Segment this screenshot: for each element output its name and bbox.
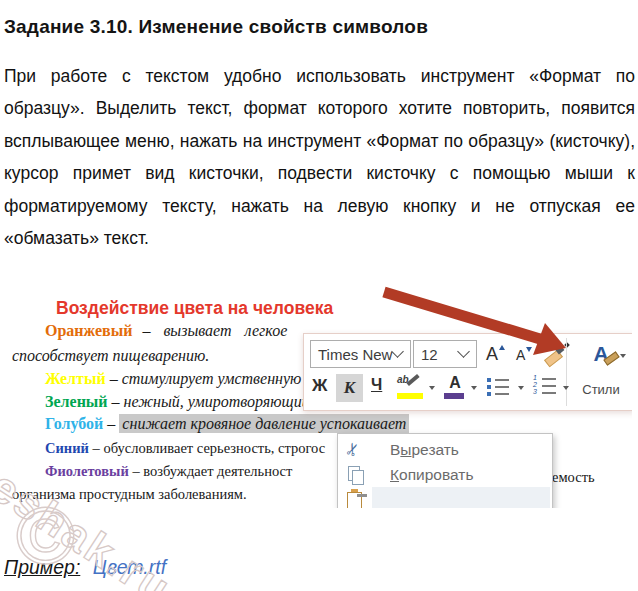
chevron-down-icon xyxy=(620,354,626,358)
term-green: Зеленый xyxy=(45,393,108,410)
desc-orange: – вызывает легкое xyxy=(142,322,287,339)
context-menu: ✂ Вырезать Копировать xyxy=(337,433,553,508)
desc-blue: – обусловливает серьезность, строгос xyxy=(93,440,326,456)
font-size-select[interactable]: 12 xyxy=(413,340,477,368)
doc-line-last: организма простудным заболеваниям. xyxy=(12,486,247,503)
shrink-font-button[interactable]: А xyxy=(516,346,532,364)
grow-font-icon xyxy=(499,345,505,350)
styles-label: Стили xyxy=(572,382,630,397)
grow-font-letter: А xyxy=(486,344,498,364)
doc-fragment-right: емость xyxy=(552,469,595,486)
menu-item-cut[interactable]: ✂ Вырезать xyxy=(338,438,552,463)
doc-line-blue: Синий – обусловливает серьезность, строг… xyxy=(45,440,325,457)
bullets-button[interactable] xyxy=(487,377,513,399)
term-blue: Синий xyxy=(45,440,89,456)
doc-heading: Воздействие цвета на человека xyxy=(56,298,333,319)
font-size-value: 12 xyxy=(421,346,438,363)
italic-button-active[interactable]: К xyxy=(336,374,363,402)
chevron-down-icon xyxy=(391,345,404,358)
selected-text: снижает кровяное давление успокаивает xyxy=(119,414,409,433)
example-file-link[interactable]: Цвет.rtf xyxy=(93,556,166,578)
numbering-button[interactable]: 1 2 3 xyxy=(533,375,559,401)
desc-green: – нежный, умиротворяющий xyxy=(112,393,310,410)
font-name-select[interactable]: Times New xyxy=(310,340,411,368)
font-color-button[interactable]: А xyxy=(443,374,467,402)
term-lightblue: Голубой xyxy=(45,415,103,432)
underline-button[interactable]: Ч xyxy=(371,376,382,394)
doc-line-yellow: Желтый – стимулирует умственную xyxy=(45,370,301,388)
text-highlight-button[interactable]: ab xyxy=(396,374,426,402)
example-label: Пример: xyxy=(4,556,80,578)
desc-yellow: – стимулирует умственную xyxy=(110,370,302,387)
scissors-icon: ✂ xyxy=(341,439,366,460)
word-screenshot: Воздействие цвета на человека Оранжевый–… xyxy=(8,292,632,508)
page-title: Задание 3.10. Изменение свойств символов xyxy=(4,16,428,38)
font-color-dropdown-arrow[interactable] xyxy=(471,386,477,390)
bullets-dropdown-arrow[interactable] xyxy=(518,386,524,390)
highlight-dropdown-arrow[interactable] xyxy=(429,386,435,390)
copy-icon xyxy=(348,466,364,484)
font-color-letter: А xyxy=(449,374,461,391)
styles-button[interactable]: А Стили xyxy=(572,340,630,406)
term-violet: Фиолетовый xyxy=(45,463,129,479)
font-name-value: Times New xyxy=(318,346,392,363)
doc-line-orange-cont: способствует пищеварению. xyxy=(12,347,209,365)
doc-line-green: Зеленый – нежный, умиротворяющий xyxy=(45,393,310,411)
styles-icon: А xyxy=(593,342,608,366)
dash: – xyxy=(107,415,115,432)
shrink-font-icon xyxy=(526,347,532,352)
toolbar-separator xyxy=(566,338,567,406)
term-yellow: Желтый xyxy=(45,370,106,387)
body-paragraph: При работе с текстом удобно использовать… xyxy=(4,60,635,256)
example-row: Пример: Цвет.rtf xyxy=(4,556,166,579)
menu-item-hover-highlight xyxy=(372,487,550,508)
font-color-bar xyxy=(444,393,464,399)
copy-label: Копировать xyxy=(390,466,473,484)
menu-item-paste-partial[interactable] xyxy=(338,488,552,508)
doc-line-orange: Оранжевый– вызывает легкое xyxy=(45,322,287,340)
mini-toolbar: Times New 12 А А А xyxy=(303,333,632,411)
chevron-down-icon xyxy=(457,345,470,358)
cut-label: Вырезать xyxy=(390,441,459,459)
numbering-dropdown-arrow[interactable] xyxy=(563,386,569,390)
highlight-color-bar xyxy=(397,393,423,399)
desc-violet: – возбуждает деятельност xyxy=(132,463,292,479)
shrink-font-letter: А xyxy=(516,347,525,363)
paste-icon xyxy=(347,489,362,508)
menu-item-copy[interactable]: Копировать xyxy=(338,463,552,488)
term-orange: Оранжевый xyxy=(45,322,132,339)
clipped-label-fragment xyxy=(357,494,367,497)
doc-line-violet: Фиолетовый – возбуждает деятельност xyxy=(45,463,292,480)
grow-font-button[interactable]: А xyxy=(486,344,505,365)
bold-button[interactable]: Ж xyxy=(312,376,327,396)
doc-line-lightblue: Голубой – снижает кровяное давление успо… xyxy=(45,415,409,433)
